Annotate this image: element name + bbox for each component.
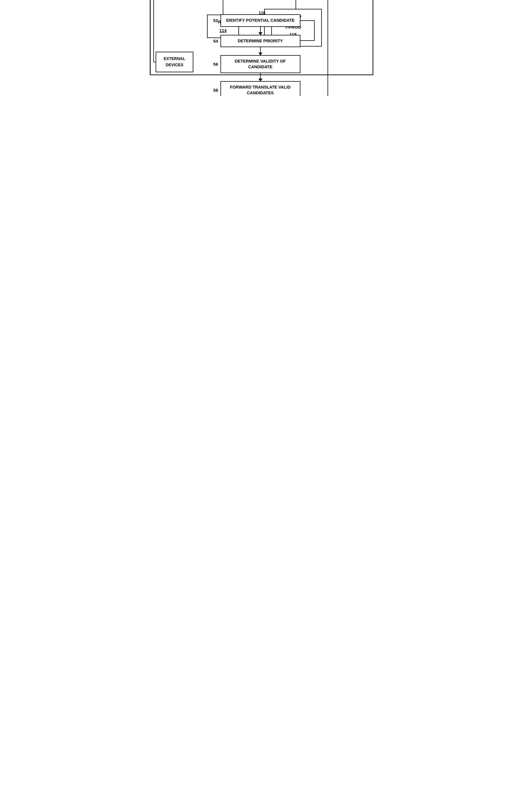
step-box-52: IDENTIFY POTENTIAL CANDIDATE	[220, 14, 300, 27]
step-box-54: DETERMINE PRIORITY	[220, 35, 300, 48]
step-box-58: FORWARD TRANSLATE VALIDCANDIDATES	[220, 81, 300, 96]
flowchart-inner: 52 IDENTIFY POTENTIAL CANDIDATE 54 DETER…	[205, 14, 327, 96]
flowchart: 52 IDENTIFY POTENTIAL CANDIDATE 54 DETER…	[205, 14, 327, 96]
flow-row-52: 52 IDENTIFY POTENTIAL CANDIDATE	[205, 14, 327, 27]
step-label-52: 52	[205, 18, 220, 23]
flow-row-56: 56 DETERMINE VALIDITY OFCANDIDATE	[205, 55, 327, 73]
svg-rect-97	[156, 52, 193, 72]
svg-text:DEVICES: DEVICES	[166, 63, 183, 67]
step-box-56: DETERMINE VALIDITY OFCANDIDATE	[220, 55, 300, 73]
arrow-2	[205, 47, 327, 55]
arrow-1	[205, 27, 327, 35]
step-label-54: 54	[205, 38, 220, 44]
step-label-56: 56	[205, 62, 220, 67]
svg-text:EXTERNAL: EXTERNAL	[164, 56, 185, 61]
flow-row-58: 58 FORWARD TRANSLATE VALIDCANDIDATES	[205, 81, 327, 96]
arrow-3	[205, 73, 327, 81]
step-label-58: 58	[205, 88, 220, 92]
flow-row-54: 54 DETERMINE PRIORITY	[205, 35, 327, 48]
